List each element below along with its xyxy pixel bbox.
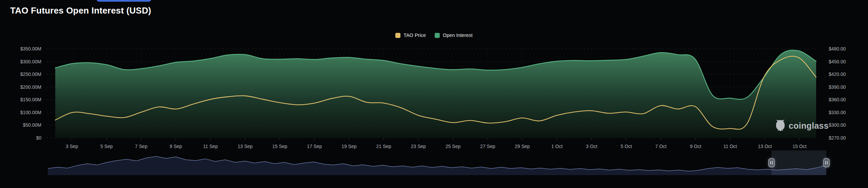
x-axis-label: 13 Sep: [228, 143, 263, 149]
x-axis-label: 27 Sep: [470, 143, 505, 149]
navigator-handle-left[interactable]: [768, 158, 775, 167]
x-axis-label: 9 Oct: [678, 143, 713, 149]
open-interest-price-chart[interactable]: [0, 0, 868, 188]
y-axis-label-right: $480.00: [829, 46, 866, 52]
x-axis-label: 11 Sep: [193, 143, 228, 149]
x-axis-label: 19 Sep: [332, 143, 367, 149]
y-axis-label-right: $390.00: [829, 84, 866, 90]
y-axis-label-left: $100.00M: [4, 109, 41, 116]
y-axis-label-left: $250.00M: [4, 71, 41, 77]
x-axis-label: 23 Sep: [401, 143, 436, 149]
x-axis-label: 11 Oct: [713, 143, 748, 149]
x-axis-label: 29 Sep: [505, 143, 540, 149]
x-axis-label: 3 Oct: [574, 143, 609, 149]
x-axis-label: 13 Oct: [747, 143, 783, 149]
navigator-selection[interactable]: [771, 150, 826, 175]
handle-grip-icon: [825, 161, 826, 165]
x-axis-label: 25 Sep: [435, 143, 471, 149]
y-axis-label-left: $200.00M: [4, 84, 41, 90]
y-axis-label-right: $330.00: [829, 109, 866, 116]
x-axis-label: 9 Sep: [158, 143, 194, 149]
handle-grip-icon: [770, 161, 771, 165]
y-axis-label-right: $270.00: [829, 135, 866, 141]
y-axis-label-right: $300.00: [829, 122, 866, 128]
navigator-mini-chart[interactable]: [48, 156, 826, 175]
coinglass-chart-panel: TAO Futures Open Interest (USD) TAO Pric…: [0, 0, 868, 188]
x-axis-label: 17 Sep: [297, 143, 332, 149]
y-axis-label-left: $350.00M: [4, 46, 41, 52]
x-axis-label: 5 Oct: [609, 143, 644, 149]
x-axis-label: 21 Sep: [366, 143, 401, 149]
y-axis-label-left: $300.00M: [4, 59, 41, 65]
x-axis-label: 15 Sep: [262, 143, 297, 149]
navigator-handle-right[interactable]: [823, 158, 830, 167]
x-axis-label: 1 Oct: [539, 143, 575, 149]
x-axis-label: 7 Sep: [123, 143, 159, 149]
handle-grip-icon: [827, 161, 828, 165]
x-axis-label: 15 Oct: [782, 143, 817, 149]
y-axis-label-left: $0: [4, 135, 41, 141]
y-axis-label-right: $360.00: [829, 97, 866, 103]
x-axis-label: 5 Sep: [89, 143, 124, 149]
plot-area[interactable]: [46, 49, 816, 138]
x-axis-label: 3 Sep: [54, 143, 90, 149]
x-axis-label: 7 Oct: [643, 143, 678, 149]
y-axis-label-left: $150.00M: [4, 97, 41, 103]
y-axis-label-right: $420.00: [829, 71, 866, 77]
y-axis-label-left: $50.00M: [4, 122, 41, 128]
y-axis-label-right: $450.00: [829, 59, 866, 65]
handle-grip-icon: [772, 161, 773, 165]
